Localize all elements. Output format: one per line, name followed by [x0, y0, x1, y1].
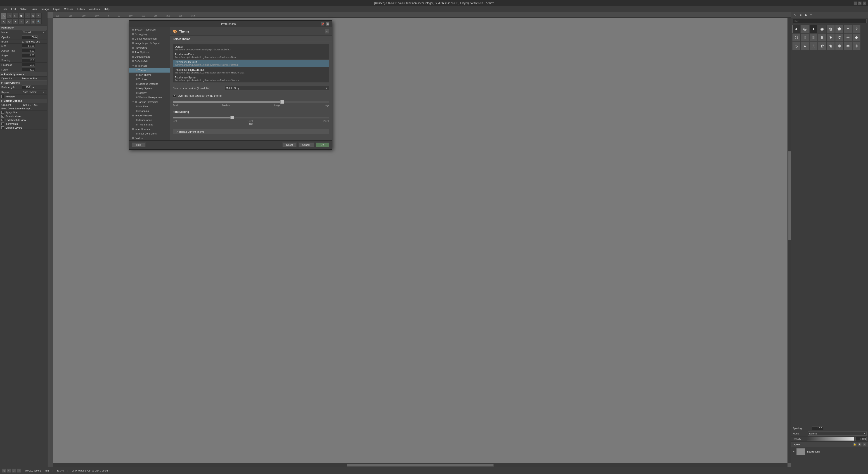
options-icon[interactable]: ☰ [809, 13, 813, 18]
layers-opacity-input[interactable] [855, 437, 867, 441]
brush-swatch-4[interactable]: ◉ [818, 25, 826, 33]
menu-image[interactable]: Image [39, 7, 51, 11]
reset-button[interactable]: Reset [282, 143, 297, 147]
brush-swatch-24[interactable]: ✵ [852, 42, 861, 50]
fill-icon[interactable]: ✦ [13, 19, 18, 24]
help-button[interactable]: Help [132, 143, 146, 147]
dialog-pin-button[interactable]: 📌 [320, 22, 324, 26]
theme-item-default[interactable]: Default /home/mark/code/gnome/share/gimp… [173, 44, 329, 52]
brush-swatch-9[interactable]: ⬡ [792, 33, 800, 41]
brush-swatch-11[interactable]: ▒ [809, 33, 817, 41]
brush-swatch-16[interactable]: ◆ [852, 33, 861, 41]
nav-default-grid[interactable]: Default Grid [129, 59, 170, 64]
brush-swatch-1[interactable]: ● [792, 25, 800, 33]
nav-help-system[interactable]: Help System [129, 86, 170, 91]
brush-swatch-7[interactable]: ✦ [844, 25, 852, 33]
zoom-icon[interactable]: ⊕ [30, 13, 36, 19]
reverse-checkbox[interactable] [1, 95, 4, 98]
horizontal-scrollbar-thumb[interactable] [347, 464, 494, 467]
layers-opacity-slider[interactable] [807, 437, 855, 441]
opacity-input[interactable] [22, 35, 37, 39]
nav-modifiers[interactable]: Modifiers [129, 104, 170, 109]
hardness-input[interactable] [22, 63, 35, 67]
paint-icon[interactable]: ✎ [793, 13, 797, 18]
vertical-scrollbar[interactable] [787, 18, 791, 463]
theme-item-pixelmixer-default[interactable]: Pixelmixer-Default /home/mark/github/scr… [173, 60, 329, 67]
font-scaling-slider-thumb[interactable] [230, 116, 234, 119]
path-icon[interactable]: ⬠ [7, 19, 12, 24]
statusbar-nav-left[interactable]: ◁ [2, 469, 6, 473]
brush-swatch-10[interactable]: ░ [801, 33, 809, 41]
move-icon[interactable]: ⌖ [24, 13, 30, 19]
repeat-dropdown[interactable]: None (extend) ▼ [22, 90, 46, 94]
size-input[interactable] [22, 44, 35, 48]
incremental-checkbox[interactable] [1, 123, 4, 125]
menu-colours[interactable]: Colours [62, 7, 75, 11]
icon-size-slider-thumb[interactable] [280, 100, 284, 104]
icon-size-slider-track[interactable] [173, 101, 329, 103]
lock-brush-checkbox[interactable]: ✓ [1, 119, 4, 121]
nav-toolbox[interactable]: Toolbox [129, 77, 170, 82]
cancel-button[interactable]: Cancel [299, 143, 314, 147]
brush-swatch-21[interactable]: ❀ [827, 42, 835, 50]
menu-filters[interactable]: Filters [75, 7, 87, 11]
theme-item-pixelmixer-system[interactable]: Pixelmixer-System /home/mark/github/scri… [173, 75, 329, 83]
brush-swatch-15[interactable]: ✳ [844, 33, 852, 41]
menu-file[interactable]: File [1, 7, 9, 11]
brush-swatch-2[interactable]: ◎ [801, 25, 809, 33]
horizontal-scrollbar[interactable] [53, 463, 787, 467]
nav-theme[interactable]: Theme [129, 68, 170, 72]
brush-swatch-23[interactable]: ✾ [844, 42, 852, 50]
statusbar-nav-right[interactable]: ▷ [12, 469, 16, 473]
nav-input-devices[interactable]: Input Devices [129, 127, 170, 131]
aspect-ratio-input[interactable] [22, 49, 35, 53]
color-scheme-dropdown[interactable]: Middle Gray ▼ [224, 86, 329, 90]
brush-swatch-20[interactable]: ✿ [818, 42, 826, 50]
text-icon[interactable]: A [24, 19, 30, 24]
menu-windows[interactable]: Windows [87, 7, 102, 11]
pointer-icon[interactable]: ↖ [1, 19, 6, 24]
statusbar-nav-home[interactable]: ⌂ [7, 469, 11, 473]
nav-playground[interactable]: Playground [129, 45, 170, 50]
close-button[interactable]: ✕ [863, 1, 866, 5]
brush-swatch-13[interactable]: ✱ [827, 33, 835, 41]
nav-default-image[interactable]: Default Image [129, 55, 170, 59]
menu-view[interactable]: View [30, 7, 39, 11]
font-scaling-slider-track[interactable] [173, 117, 329, 119]
filter-input[interactable] [793, 19, 867, 23]
brush-swatch-12[interactable]: ▓ [818, 33, 826, 41]
brush-swatch-22[interactable]: ❁ [835, 42, 843, 50]
minimize-button[interactable]: ─ [854, 1, 857, 5]
override-icon-sizes-checkbox[interactable]: ✓ [173, 94, 176, 97]
spacing-input[interactable] [22, 58, 35, 62]
content-export-button[interactable]: ⤢ [325, 29, 329, 34]
nav-title-status[interactable]: Title & Status [129, 122, 170, 127]
mode-dropdown[interactable]: Normal ▼ [22, 30, 46, 34]
nav-snapping[interactable]: Snapping [129, 109, 170, 113]
select-rect-icon[interactable]: ◻ [7, 13, 12, 19]
brush-presets-icon[interactable]: ⬟ [804, 13, 808, 18]
lock-move-icon[interactable]: ↔ [863, 442, 867, 446]
theme-item-pixelmixer-highcontrast[interactable]: Pixelmixer-HighContrast /home/mark/githu… [173, 67, 329, 75]
brush-swatch-5[interactable]: ◍ [827, 25, 835, 33]
brush-swatch-14[interactable]: ✲ [835, 33, 843, 41]
paint-tool-icon[interactable]: ✎ [1, 13, 6, 19]
nav-system-resources[interactable]: System Resources [129, 27, 170, 32]
nav-image-windows[interactable]: Image Windows [129, 113, 170, 118]
eye-drop-icon[interactable]: ◈ [30, 19, 36, 24]
vertical-scrollbar-thumb[interactable] [788, 151, 791, 240]
nav-colour-management[interactable]: Colour Management [129, 36, 170, 41]
ok-button[interactable]: OK [316, 143, 329, 147]
select-free-icon[interactable]: ⬣ [19, 13, 24, 19]
layers-mode-dropdown[interactable]: Normal ▼ [808, 432, 867, 436]
smooth-stroke-checkbox[interactable]: ✓ [1, 115, 4, 118]
crop-icon[interactable]: ✁ [36, 13, 41, 19]
dialog-close-button[interactable]: ✕ [326, 22, 330, 26]
menu-select[interactable]: Select [18, 7, 29, 11]
theme-item-pixelmixer-dark[interactable]: Pixelmixer-Dark /home/mark/github/script… [173, 52, 329, 60]
nav-debugging[interactable]: Debugging [129, 32, 170, 36]
lock-alpha-icon[interactable]: 🔒 [852, 442, 857, 446]
brush-swatch-19[interactable]: ☆ [809, 42, 817, 50]
nav-interface[interactable]: ▼ Interface [129, 64, 170, 68]
brush-swatch-8[interactable]: ✧ [852, 25, 861, 33]
